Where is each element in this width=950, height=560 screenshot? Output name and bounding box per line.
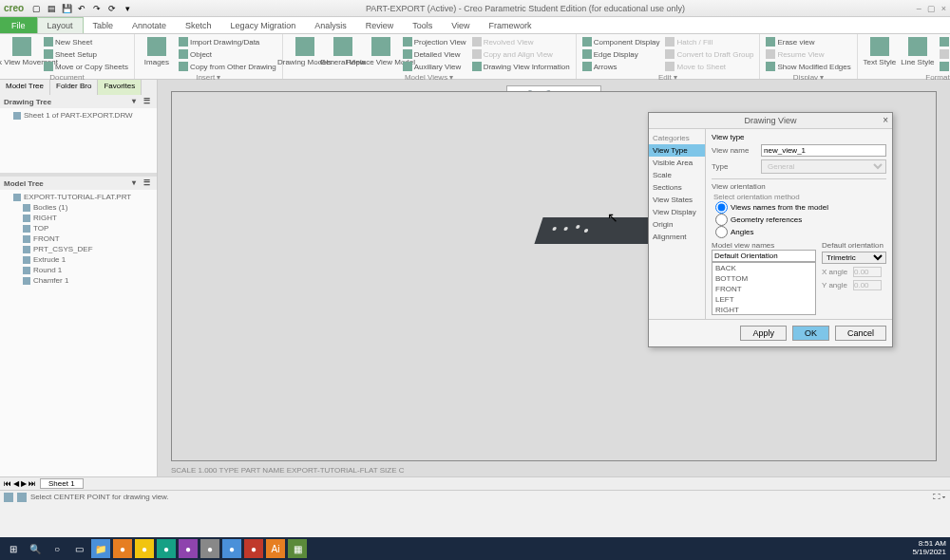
tree-item[interactable]: Chamfer 1: [4, 275, 153, 286]
chrome-icon[interactable]: ●: [113, 539, 132, 558]
tab-tools[interactable]: Tools: [403, 17, 442, 33]
replace-view-button[interactable]: Replace View Model: [363, 36, 399, 72]
start-icon[interactable]: ⊞: [4, 539, 23, 558]
regenerate-icon[interactable]: ⟳: [105, 2, 119, 15]
view-name-input[interactable]: [761, 144, 886, 157]
radio-angles[interactable]: Angles: [712, 226, 886, 238]
taskview-icon[interactable]: ▭: [69, 539, 88, 558]
cat-view-states[interactable]: View States: [649, 194, 705, 206]
cat-view-display[interactable]: View Display: [649, 206, 705, 218]
drawing-models-button[interactable]: Drawing Models: [287, 36, 323, 72]
save-icon[interactable]: 💾: [60, 2, 73, 15]
status-icon[interactable]: [17, 493, 27, 502]
last-sheet-icon[interactable]: ⏭: [28, 479, 36, 488]
new-icon[interactable]: ▢: [29, 2, 43, 15]
text-style-button[interactable]: Text Style: [862, 36, 898, 72]
import-data-button[interactable]: Import Drawing/Data: [177, 36, 278, 47]
list-item[interactable]: LEFT: [712, 294, 815, 305]
search-icon[interactable]: 🔍: [26, 539, 45, 558]
cortana-icon[interactable]: ○: [48, 539, 66, 558]
tree-filter-icon[interactable]: ☰: [143, 97, 153, 106]
tree-item[interactable]: Bodies (1): [4, 202, 153, 213]
arrow-style-button[interactable]: Arrow Style ▾: [938, 36, 950, 47]
erase-view-button[interactable]: Erase view: [764, 36, 852, 47]
hyperlink-button[interactable]: Hyperlink: [938, 61, 950, 72]
cancel-button[interactable]: Cancel: [835, 326, 886, 341]
tree-filter-icon[interactable]: ☰: [143, 178, 153, 188]
dialog-title[interactable]: Drawing View ×: [649, 113, 892, 129]
file-tab[interactable]: File: [0, 17, 37, 33]
app-icon[interactable]: ●: [179, 539, 198, 558]
detailed-view-button[interactable]: Detailed View: [401, 48, 468, 60]
app-icon[interactable]: ●: [222, 539, 241, 558]
tree-item[interactable]: RIGHT: [4, 213, 153, 223]
app-icon[interactable]: ●: [135, 539, 154, 558]
close-icon[interactable]: ×: [941, 4, 946, 13]
tree-item[interactable]: Round 1: [4, 265, 153, 275]
model-view-list[interactable]: BACK BOTTOM FRONT LEFT RIGHT TOP: [712, 262, 816, 315]
tree-item[interactable]: Extrude 1: [4, 254, 153, 265]
tree-item[interactable]: FRONT: [4, 233, 153, 244]
general-view-button[interactable]: General View: [325, 36, 361, 72]
minimize-icon[interactable]: –: [917, 4, 922, 13]
radio-views-names[interactable]: Views names from the model: [712, 201, 886, 214]
tree-item[interactable]: Sheet 1 of PART-EXPORT.DRW: [4, 110, 153, 121]
tab-sketch[interactable]: Sketch: [176, 17, 221, 33]
maximize-icon[interactable]: ▢: [927, 4, 936, 13]
default-orient-select[interactable]: Trimetric: [822, 252, 886, 264]
object-button[interactable]: Object: [177, 48, 278, 60]
tab-layout[interactable]: Layout: [37, 17, 84, 33]
radio-geometry[interactable]: Geometry references: [712, 214, 886, 226]
lock-view-button[interactable]: Lock View Movement: [4, 36, 40, 72]
list-item[interactable]: FRONT: [712, 284, 815, 294]
cat-scale[interactable]: Scale: [649, 169, 705, 181]
projection-view-button[interactable]: Projection View: [401, 36, 468, 47]
illustrator-icon[interactable]: Ai: [266, 539, 285, 558]
tree-tool-icon[interactable]: ▾: [132, 97, 142, 106]
cat-visible-area[interactable]: Visible Area: [649, 157, 705, 169]
explorer-icon[interactable]: 📁: [91, 539, 110, 558]
show-modified-button[interactable]: Show Modified Edges: [764, 61, 852, 72]
copy-drawing-button[interactable]: Copy from Other Drawing: [177, 61, 278, 72]
cat-alignment[interactable]: Alignment: [649, 231, 705, 243]
windows-icon[interactable]: ▾: [121, 2, 134, 15]
panel-tab-favorites[interactable]: Favorites: [98, 80, 142, 95]
edge-display-button[interactable]: Edge Display: [580, 48, 662, 60]
tab-view[interactable]: View: [442, 17, 479, 33]
auxiliary-view-button[interactable]: Auxiliary View: [401, 61, 468, 72]
list-item[interactable]: BOTTOM: [712, 273, 815, 284]
images-button[interactable]: Images: [139, 36, 175, 72]
component-display-button[interactable]: Component Display: [580, 36, 662, 47]
cat-origin[interactable]: Origin: [649, 218, 705, 231]
status-icon[interactable]: [4, 493, 13, 502]
first-sheet-icon[interactable]: ⏮: [4, 479, 11, 488]
line-style-button[interactable]: Line Style: [900, 36, 936, 72]
sheet-setup-button[interactable]: Sheet Setup: [42, 48, 130, 60]
arrows-button[interactable]: Arrows: [580, 61, 662, 72]
tab-legacy[interactable]: Legacy Migration: [221, 17, 306, 33]
tab-analysis[interactable]: Analysis: [305, 17, 356, 33]
tree-item[interactable]: TOP: [4, 223, 153, 233]
app-icon[interactable]: ●: [244, 539, 263, 558]
list-item[interactable]: RIGHT: [712, 305, 815, 315]
new-sheet-button[interactable]: New Sheet: [42, 36, 130, 47]
tab-table[interactable]: Table: [84, 17, 124, 33]
tree-item-root[interactable]: EXPORT-TUTORIAL-FLAT.PRT: [4, 192, 153, 202]
undo-icon[interactable]: ↶: [75, 2, 88, 15]
list-item[interactable]: BACK: [712, 263, 815, 273]
prev-sheet-icon[interactable]: ◀: [13, 479, 19, 488]
move-copy-button[interactable]: Move or Copy Sheets: [42, 61, 130, 72]
app-icon[interactable]: ●: [200, 539, 219, 558]
tab-annotate[interactable]: Annotate: [123, 17, 176, 33]
panel-tab-folder[interactable]: Folder Bro: [50, 80, 98, 95]
apply-button[interactable]: Apply: [740, 326, 787, 341]
system-clock[interactable]: 8:51 AM 5/19/2021: [912, 540, 946, 557]
redo-icon[interactable]: ↷: [90, 2, 104, 15]
app-icon[interactable]: ●: [157, 539, 176, 558]
view-info-button[interactable]: Drawing View Information: [470, 61, 572, 72]
tab-framework[interactable]: Framework: [480, 17, 542, 33]
model-view-current[interactable]: [712, 250, 816, 262]
tree-tool-icon[interactable]: ▾: [132, 178, 142, 188]
creo-icon[interactable]: ▦: [288, 539, 307, 558]
cat-sections[interactable]: Sections: [649, 181, 705, 194]
